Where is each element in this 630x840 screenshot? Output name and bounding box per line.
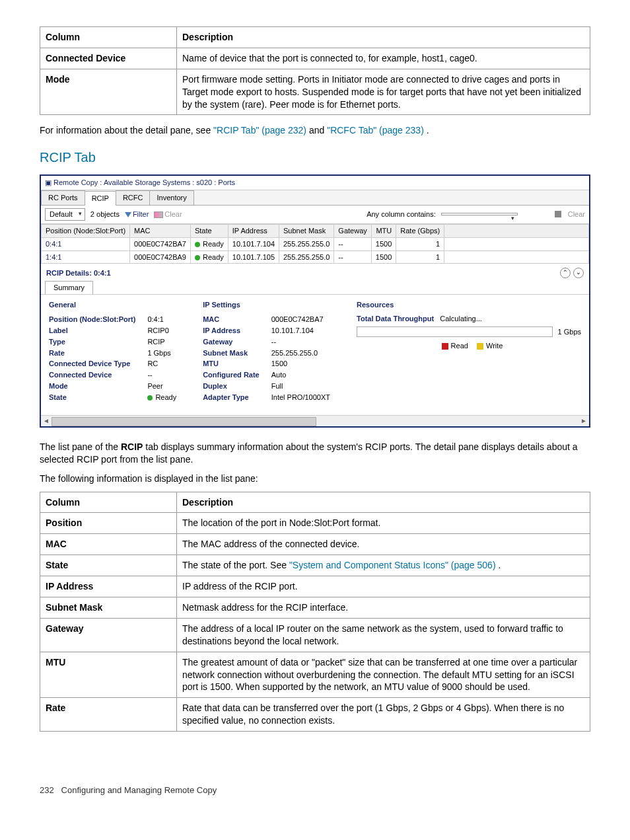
tab-strip: RC Ports RCIP RCFC Inventory — [41, 190, 589, 206]
detail-body: General Position (Node:Slot:Port)0:4:1 L… — [41, 294, 589, 415]
inner-tab-summary[interactable]: Summary — [45, 281, 93, 294]
throughput-bar — [357, 326, 553, 337]
link-status-icons[interactable]: "System and Component Status Icons" (pag… — [289, 560, 496, 570]
write-swatch-icon — [477, 343, 483, 350]
filter-button[interactable]: Filter — [125, 210, 149, 219]
col-rate[interactable]: Rate (Gbps) — [396, 224, 444, 237]
clear-right-button[interactable]: Clear — [568, 210, 585, 219]
col-position[interactable]: Position (Node:Slot:Port) — [42, 224, 130, 237]
eraser-icon — [154, 211, 163, 218]
status-ready-icon — [195, 242, 200, 247]
throughput-unit: 1 Gbps — [558, 327, 581, 337]
tab-rcfc[interactable]: RCFC — [116, 190, 151, 205]
table-row: Mode Port firmware mode setting. Ports i… — [40, 69, 590, 115]
throughput-value: Calculating... — [440, 315, 482, 323]
page-footer: 232 Configuring and Managing Remote Copy — [40, 784, 590, 796]
resources-section: Resources Total Data Throughput Calculat… — [357, 300, 581, 403]
app-window: ▣ Remote Copy : Available Storage System… — [40, 174, 590, 428]
status-ready-icon — [195, 255, 200, 260]
detail-header: RCIP Details: 0:4:1 ⌃ ⌄ — [41, 264, 589, 281]
horizontal-scrollbar[interactable]: ◄ ► — [41, 415, 589, 426]
collapse-up-icon[interactable]: ⌃ — [560, 268, 571, 278]
general-section: General Position (Node:Slot:Port)0:4:1 L… — [49, 300, 176, 403]
body-paragraph: The list pane of the RCIP tab displays s… — [40, 441, 590, 466]
table-row: State The state of the port. See "System… — [40, 555, 590, 576]
throughput-label: Total Data Throughput — [357, 315, 434, 323]
window-title: ▣ Remote Copy : Available Storage System… — [41, 176, 589, 190]
search-input[interactable] — [441, 213, 518, 215]
status-ready-icon — [147, 395, 153, 401]
col-mac[interactable]: MAC — [130, 224, 191, 237]
tab-rcip[interactable]: RCIP — [85, 191, 116, 206]
column-description-table-top: Column Description Connected Device Name… — [40, 26, 590, 115]
clear-button[interactable]: Clear — [154, 210, 182, 219]
col-ip[interactable]: IP Address — [228, 224, 279, 237]
scroll-left-icon[interactable]: ◄ — [41, 416, 52, 426]
table-row: PositionThe location of the port in Node… — [40, 513, 590, 534]
grid-row[interactable]: 1:4:1 000E0C742BA9 Ready 10.101.7.105 25… — [42, 250, 589, 264]
col-state[interactable]: State — [190, 224, 228, 237]
page-number: 232 — [40, 785, 54, 795]
header-column: Column — [40, 27, 177, 48]
scroll-right-icon[interactable]: ► — [578, 416, 589, 426]
search-label: Any column contains: — [367, 210, 436, 219]
tab-rc-ports[interactable]: RC Ports — [41, 190, 85, 205]
table-row: GatewayThe address of a local IP router … — [40, 618, 590, 652]
tab-inventory[interactable]: Inventory — [149, 190, 193, 205]
footer-text: Configuring and Managing Remote Copy — [61, 785, 217, 795]
read-swatch-icon — [442, 343, 448, 350]
table-row: MTUThe greatest amount of data or "packe… — [40, 652, 590, 698]
export-icon[interactable] — [555, 211, 561, 217]
body-paragraph: The following information is displayed i… — [40, 473, 590, 485]
ip-settings-section: IP Settings MAC000E0C742BA7 IP Address10… — [203, 300, 330, 403]
table-row: Connected Device Name of device that the… — [40, 48, 590, 69]
funnel-icon — [125, 212, 131, 217]
table-row: RateRate that data can be transferred ov… — [40, 698, 590, 732]
col-mtu[interactable]: MTU — [371, 224, 396, 237]
table-row: IP AddressIP address of the RCIP port. — [40, 576, 590, 597]
view-dropdown[interactable]: Default — [45, 208, 85, 221]
toolbar: Default 2 objects Filter Clear Any colum… — [41, 206, 589, 224]
section-heading-rcip-tab: RCIP Tab — [40, 149, 590, 167]
throughput-legend: Read Write — [357, 341, 581, 351]
column-description-table-bottom: Column Description PositionThe location … — [40, 492, 590, 732]
object-count: 2 objects — [90, 210, 120, 219]
grid-row[interactable]: 0:4:1 000E0C742BA7 Ready 10.101.7.104 25… — [42, 237, 589, 250]
link-rcfc-tab[interactable]: "RCFC Tab" (page 233) — [327, 125, 424, 135]
ports-grid: Position (Node:Slot:Port) MAC State IP A… — [41, 224, 589, 264]
header-description: Description — [177, 27, 590, 48]
col-gateway[interactable]: Gateway — [334, 224, 371, 237]
intro-paragraph: For information about the detail pane, s… — [40, 124, 590, 137]
table-row: Subnet MaskNetmask address for the RCIP … — [40, 597, 590, 618]
table-row: MACThe MAC address of the connected devi… — [40, 534, 590, 555]
col-mask[interactable]: Subnet Mask — [279, 224, 334, 237]
link-rcip-tab[interactable]: "RCIP Tab" (page 232) — [213, 125, 306, 135]
expand-down-icon[interactable]: ⌄ — [573, 268, 584, 278]
